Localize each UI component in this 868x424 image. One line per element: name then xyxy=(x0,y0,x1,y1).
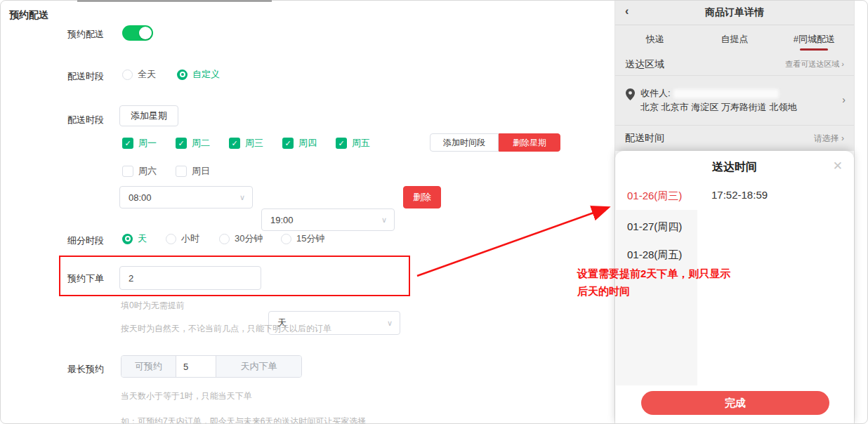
week-row-label: 配送时段 xyxy=(67,114,104,126)
checkbox-icon: ✓ xyxy=(282,138,294,149)
period-row-label: 配送时段 xyxy=(67,70,104,83)
annotation-line-1: 设置需要提前2天下单，则只显示 xyxy=(577,265,781,282)
date-option-0127[interactable]: 01-27(周四) xyxy=(616,213,697,241)
radio-label: 自定义 xyxy=(192,68,220,81)
radio-hour[interactable]: 小时 xyxy=(166,232,199,245)
checkbox-icon: ✓ xyxy=(122,138,133,149)
delivery-area-label: 送达区域 xyxy=(625,58,664,71)
checkbox-sunday[interactable]: 周日 xyxy=(176,165,210,178)
lead-days-input[interactable]: 2 xyxy=(119,266,261,290)
panel-header: ‹ 商品订单详情 xyxy=(615,0,854,25)
checkbox-wednesday[interactable]: ✓ 周三 xyxy=(229,137,263,150)
delivery-time-placeholder: 请选择 › xyxy=(814,133,844,145)
annotation-text: 设置需要提前2天下单，则只显示 后天的时间 xyxy=(577,265,781,300)
radio-label: 30分钟 xyxy=(235,232,263,245)
time-slot-option[interactable]: 17:52-18:59 xyxy=(711,189,768,201)
delivery-time-row[interactable]: 配送时间 请选择 › xyxy=(615,125,854,151)
checkbox-label: 周三 xyxy=(245,137,263,150)
tab-express[interactable]: 快递 xyxy=(615,25,695,53)
modal-title: 送达时间 xyxy=(615,160,854,175)
end-time-value: 19:00 xyxy=(270,215,294,225)
checkbox-icon: ✓ xyxy=(176,138,187,149)
recipient-address: 北京 北京市 海淀区 万寿路街道 北领地 xyxy=(640,101,796,114)
panel-dimmed-section: ‹ 商品订单详情 快递 自提点 #同城配送 送达区域 查看可送达区域 › 收件人… xyxy=(615,0,854,151)
redacted-recipient-name xyxy=(673,89,779,98)
max-row-label: 最长预约 xyxy=(67,363,104,376)
phone-preview-panel: ‹ 商品订单详情 快递 自提点 #同城配送 送达区域 查看可送达区域 › 收件人… xyxy=(614,0,855,424)
radio-icon xyxy=(177,69,188,80)
radio-all-day[interactable]: 全天 xyxy=(122,68,156,81)
page-title: 预约配送 xyxy=(9,9,48,22)
max-days-input-group: 可预约 5 天内下单 xyxy=(121,355,302,378)
max-hint-1: 当天数小于等于1时，只能当天下单 xyxy=(121,390,252,402)
checkbox-friday[interactable]: ✓ 周五 xyxy=(336,137,370,150)
checkbox-label: 周日 xyxy=(192,165,210,178)
chevron-down-icon: ∨ xyxy=(387,319,393,328)
recipient-label: 收件人: xyxy=(640,87,671,100)
checkbox-tuesday[interactable]: ✓ 周二 xyxy=(176,137,210,150)
checkbox-label: 周一 xyxy=(138,137,157,150)
checkbox-icon xyxy=(122,166,133,177)
radio-icon xyxy=(219,234,230,244)
delete-timeslot-button[interactable]: 删除 xyxy=(403,186,441,208)
radio-icon xyxy=(166,234,176,244)
tab-pickup[interactable]: 自提点 xyxy=(695,25,774,53)
back-chevron-icon[interactable]: ‹ xyxy=(625,5,629,18)
radio-icon xyxy=(122,69,133,80)
max-hint-2: 如：可预约7天内订单，即今天与未来6天的送达时间可让买家选择 xyxy=(121,416,366,424)
radio-icon xyxy=(281,234,291,244)
checkbox-icon: ✓ xyxy=(229,138,240,149)
start-time-select[interactable]: 08:00 ∨ xyxy=(119,186,253,208)
toggle-row-label: 预约配送 xyxy=(67,28,104,41)
max-suffix: 天内下单 xyxy=(216,356,301,377)
location-pin-icon xyxy=(626,88,635,100)
checkbox-icon: ✓ xyxy=(336,138,347,149)
checkbox-label: 周六 xyxy=(138,165,157,178)
view-area-link[interactable]: 查看可送达区域 › xyxy=(785,59,844,69)
lead-row-label: 预约下单 xyxy=(67,272,104,285)
toggle-knob xyxy=(139,27,152,39)
radio-custom[interactable]: 自定义 xyxy=(177,68,220,81)
checkbox-thursday[interactable]: ✓ 周四 xyxy=(282,137,317,150)
delivery-time-label: 配送时间 xyxy=(625,132,664,145)
close-icon[interactable]: ✕ xyxy=(833,159,843,173)
max-days-input[interactable]: 5 xyxy=(176,356,216,377)
reservation-delivery-toggle[interactable] xyxy=(122,25,153,41)
checkbox-monday[interactable]: ✓ 周一 xyxy=(122,137,157,150)
checkbox-icon xyxy=(176,166,187,177)
delivery-method-tabs: 快递 自提点 #同城配送 xyxy=(615,25,854,53)
tab-local-delivery[interactable]: #同城配送 xyxy=(775,25,854,53)
add-week-button[interactable]: 添加星期 xyxy=(119,105,178,126)
panel-title: 商品订单详情 xyxy=(705,6,764,19)
done-button[interactable]: 完成 xyxy=(641,391,829,415)
radio-label: 小时 xyxy=(181,232,199,245)
radio-30min[interactable]: 30分钟 xyxy=(219,232,263,245)
chevron-down-icon: ∨ xyxy=(239,193,245,202)
checkbox-label: 周二 xyxy=(192,137,210,150)
date-option-0126[interactable]: 01-26(周三) xyxy=(616,182,697,210)
radio-15min[interactable]: 15分钟 xyxy=(281,232,324,245)
end-time-select[interactable]: 19:00 ∨ xyxy=(261,208,395,231)
granularity-row-label: 细分时段 xyxy=(67,234,104,247)
top-divider-line xyxy=(77,0,272,1)
lead-hint-1: 填0时为无需提前 xyxy=(121,300,185,312)
radio-label: 天 xyxy=(138,232,147,245)
add-timeslot-button[interactable]: 添加时间段 xyxy=(430,133,499,152)
radio-icon xyxy=(122,234,133,244)
start-time-value: 08:00 xyxy=(129,192,152,203)
radio-day[interactable]: 天 xyxy=(122,232,147,245)
max-prefix: 可预约 xyxy=(121,356,176,377)
delete-week-button[interactable]: 删除星期 xyxy=(499,133,560,152)
lead-hint-2: 按天时为自然天，不论当前几点，只能下明天以后的订单 xyxy=(121,323,331,335)
checkbox-label: 周四 xyxy=(298,137,317,150)
radio-label: 全天 xyxy=(138,68,156,81)
chevron-down-icon: ∨ xyxy=(381,216,387,225)
checkbox-saturday[interactable]: 周六 xyxy=(122,165,157,178)
chevron-right-icon: › xyxy=(842,94,846,105)
annotation-line-2: 后天的时间 xyxy=(577,282,781,300)
checkbox-label: 周五 xyxy=(352,137,370,150)
delivery-area-row[interactable]: 送达区域 查看可送达区域 › xyxy=(615,53,854,76)
radio-label: 15分钟 xyxy=(296,232,324,245)
